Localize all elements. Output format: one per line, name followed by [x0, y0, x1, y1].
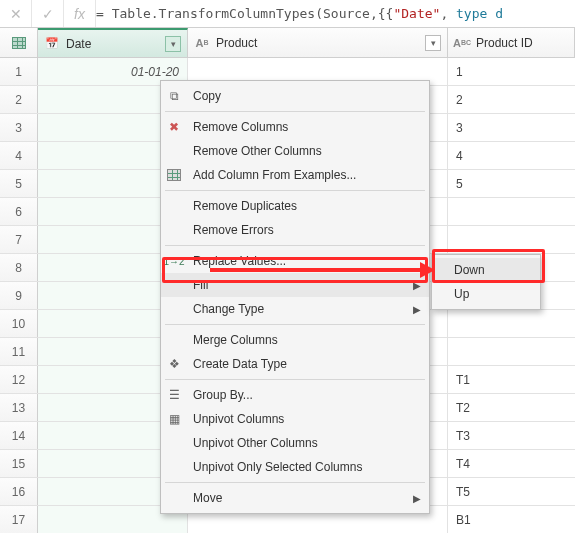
- add-column-icon: [165, 166, 183, 184]
- menu-separator: [165, 482, 425, 483]
- group-icon: ☰: [165, 386, 183, 404]
- cell-product-id[interactable]: [448, 198, 575, 225]
- menu-label: Replace Values...: [193, 254, 421, 268]
- menu-merge-columns[interactable]: Merge Columns: [161, 328, 429, 352]
- column-label: Product ID: [476, 36, 533, 50]
- submenu-label: Up: [454, 287, 469, 301]
- type-abc-icon: ABC: [454, 35, 470, 51]
- submenu-fill-up[interactable]: Up: [432, 282, 540, 306]
- cell-product-id[interactable]: [448, 226, 575, 253]
- row-number[interactable]: 9: [0, 282, 38, 309]
- row-number[interactable]: 15: [0, 450, 38, 477]
- row-number[interactable]: 6: [0, 198, 38, 225]
- row-number[interactable]: 13: [0, 394, 38, 421]
- cell-product-id[interactable]: 3: [448, 114, 575, 141]
- blank-icon: [165, 300, 183, 318]
- column-dropdown-icon[interactable]: ▾: [425, 35, 441, 51]
- menu-separator: [165, 379, 425, 380]
- fill-submenu: Down Up: [431, 254, 541, 310]
- row-number[interactable]: 14: [0, 422, 38, 449]
- cell-product-id[interactable]: 2: [448, 86, 575, 113]
- unpivot-icon: ▦: [165, 410, 183, 428]
- menu-label: Fill: [193, 278, 403, 292]
- row-number[interactable]: 4: [0, 142, 38, 169]
- calendar-icon: 📅: [44, 36, 60, 52]
- row-number[interactable]: 7: [0, 226, 38, 253]
- copy-icon: ⧉: [165, 87, 183, 105]
- blank-icon: [165, 197, 183, 215]
- menu-separator: [165, 190, 425, 191]
- fx-icon[interactable]: fx: [64, 0, 96, 27]
- menu-remove-errors[interactable]: Remove Errors: [161, 218, 429, 242]
- column-header-product[interactable]: AB Product ▾: [188, 28, 448, 57]
- type-abc-icon: AB: [194, 35, 210, 51]
- row-number[interactable]: 12: [0, 366, 38, 393]
- menu-change-type[interactable]: Change Type ▶: [161, 297, 429, 321]
- cell-product-id[interactable]: 1: [448, 58, 575, 85]
- menu-label: Unpivot Only Selected Columns: [193, 460, 421, 474]
- row-number[interactable]: 5: [0, 170, 38, 197]
- menu-fill[interactable]: Fill ▶: [161, 273, 429, 297]
- menu-remove-columns[interactable]: ✖ Remove Columns: [161, 115, 429, 139]
- formula-accept-icon[interactable]: ✓: [32, 0, 64, 27]
- column-headers: 📅 Date ▾ AB Product ▾ ABC Product ID: [0, 28, 575, 58]
- menu-label: Add Column From Examples...: [193, 168, 421, 182]
- menu-remove-duplicates[interactable]: Remove Duplicates: [161, 194, 429, 218]
- cell-product-id[interactable]: T1: [448, 366, 575, 393]
- menu-unpivot-selected-columns[interactable]: Unpivot Only Selected Columns: [161, 455, 429, 479]
- formula-prefix: = Table.TransformColumnTypes(Source,{{: [96, 6, 393, 21]
- menu-separator: [165, 245, 425, 246]
- menu-group-by[interactable]: ☰ Group By...: [161, 383, 429, 407]
- column-header-product-id[interactable]: ABC Product ID: [448, 28, 575, 57]
- menu-label: Move: [193, 491, 403, 505]
- row-number[interactable]: 16: [0, 478, 38, 505]
- row-number[interactable]: 2: [0, 86, 38, 113]
- cell-product-id[interactable]: T3: [448, 422, 575, 449]
- formula-cancel-icon[interactable]: ✕: [0, 0, 32, 27]
- formula-keyword: type d: [456, 6, 503, 21]
- menu-label: Create Data Type: [193, 357, 421, 371]
- cell-product-id[interactable]: T4: [448, 450, 575, 477]
- column-dropdown-icon[interactable]: ▾: [165, 36, 181, 52]
- menu-label: Change Type: [193, 302, 403, 316]
- cell-product-id[interactable]: B1: [448, 506, 575, 533]
- formula-string: "Date": [393, 6, 440, 21]
- submenu-label: Down: [454, 263, 485, 277]
- menu-unpivot-other-columns[interactable]: Unpivot Other Columns: [161, 431, 429, 455]
- table-icon: [12, 37, 26, 49]
- select-all-corner[interactable]: [0, 28, 38, 57]
- menu-copy[interactable]: ⧉ Copy: [161, 84, 429, 108]
- row-number[interactable]: 11: [0, 338, 38, 365]
- chevron-right-icon: ▶: [413, 280, 421, 291]
- blank-icon: [165, 489, 183, 507]
- menu-move[interactable]: Move ▶: [161, 486, 429, 510]
- menu-label: Remove Errors: [193, 223, 421, 237]
- cell-product-id[interactable]: 5: [448, 170, 575, 197]
- cell-product-id[interactable]: [448, 338, 575, 365]
- formula-text[interactable]: = Table.TransformColumnTypes(Source,{{"D…: [96, 6, 503, 21]
- chevron-right-icon: ▶: [413, 304, 421, 315]
- row-number[interactable]: 17: [0, 506, 38, 533]
- menu-separator: [165, 324, 425, 325]
- row-number[interactable]: 10: [0, 310, 38, 337]
- cell-product-id[interactable]: [448, 310, 575, 337]
- blank-icon: [165, 458, 183, 476]
- menu-add-column-from-examples[interactable]: Add Column From Examples...: [161, 163, 429, 187]
- menu-remove-other-columns[interactable]: Remove Other Columns: [161, 139, 429, 163]
- blank-icon: [165, 142, 183, 160]
- row-number[interactable]: 1: [0, 58, 38, 85]
- menu-replace-values[interactable]: 1→2 Replace Values...: [161, 249, 429, 273]
- menu-unpivot-columns[interactable]: ▦ Unpivot Columns: [161, 407, 429, 431]
- cell-product-id[interactable]: T2: [448, 394, 575, 421]
- row-number[interactable]: 8: [0, 254, 38, 281]
- blank-icon: [165, 221, 183, 239]
- menu-label: Remove Duplicates: [193, 199, 421, 213]
- row-number[interactable]: 3: [0, 114, 38, 141]
- menu-create-data-type[interactable]: ❖ Create Data Type: [161, 352, 429, 376]
- replace-icon: 1→2: [165, 252, 183, 270]
- submenu-fill-down[interactable]: Down: [432, 258, 540, 282]
- cell-product-id[interactable]: 4: [448, 142, 575, 169]
- cell-product-id[interactable]: T5: [448, 478, 575, 505]
- column-header-date[interactable]: 📅 Date ▾: [38, 28, 188, 57]
- menu-label: Unpivot Columns: [193, 412, 421, 426]
